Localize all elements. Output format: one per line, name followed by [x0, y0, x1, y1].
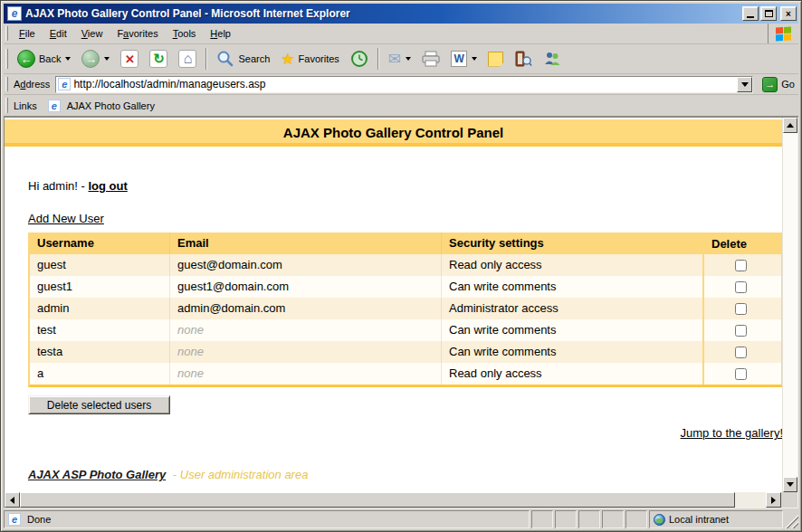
- toolbar-grip[interactable]: [5, 26, 8, 40]
- history-button[interactable]: [345, 46, 374, 71]
- discuss-button[interactable]: [482, 46, 509, 71]
- arrow-left-icon: [10, 497, 14, 504]
- go-label: Go: [781, 79, 795, 90]
- vertical-scroll-track[interactable]: [783, 133, 797, 477]
- horizontal-scroll-track[interactable]: [735, 492, 766, 508]
- table-header-row: Username Email Security settings Delete: [30, 233, 781, 254]
- menu-label: iew: [88, 28, 103, 39]
- table-row: guest1 guest1@domain.com Can write comme…: [30, 276, 781, 298]
- menu-label: ools: [177, 28, 196, 39]
- scroll-down-button[interactable]: [783, 477, 797, 492]
- delete-cell: [702, 254, 778, 276]
- favorites-icon: ★: [281, 52, 294, 67]
- forward-button[interactable]: →: [76, 46, 115, 71]
- intranet-globe-icon: [654, 514, 665, 526]
- toolbar-grip[interactable]: [5, 49, 8, 69]
- col-header-security: Security settings: [442, 233, 702, 254]
- refresh-button[interactable]: ↻: [144, 46, 173, 71]
- edit-dropdown-icon: [472, 57, 477, 61]
- close-button[interactable]: ×: [780, 6, 797, 21]
- arrow-right-icon: [771, 497, 776, 504]
- footer-gallery-link[interactable]: AJAX ASP Photo Gallery: [28, 468, 166, 481]
- search-icon: [216, 50, 234, 68]
- toolbar-grip[interactable]: [5, 98, 8, 112]
- vertical-scrollbar[interactable]: [782, 118, 797, 492]
- status-pane-empty: [578, 510, 600, 528]
- favorites-button[interactable]: ★ Favorites: [275, 46, 345, 71]
- delete-checkbox[interactable]: [735, 281, 747, 293]
- delete-selected-users-button[interactable]: Delete selected users: [28, 395, 170, 414]
- delete-cell: [702, 276, 778, 298]
- delete-checkbox[interactable]: [735, 260, 747, 271]
- forward-dropdown-icon: [104, 57, 110, 61]
- email-cell: guest@domain.com: [170, 254, 442, 276]
- favorites-label: Favorites: [299, 53, 339, 64]
- delete-checkbox[interactable]: [735, 368, 747, 380]
- home-button[interactable]: ⌂: [173, 46, 202, 71]
- maximize-button[interactable]: [760, 6, 777, 21]
- close-icon: ×: [786, 9, 791, 19]
- discuss-note-icon: [488, 52, 503, 67]
- horizontal-scrollbar[interactable]: [5, 492, 781, 508]
- add-new-user-link[interactable]: Add New User: [28, 212, 104, 225]
- mail-button[interactable]: ✉: [383, 46, 416, 71]
- menu-label: dit: [56, 28, 67, 39]
- standard-toolbar: ← Back → ✕ ↻ ⌂ Search ★ Favorites ✉: [4, 44, 798, 74]
- menu-favorites[interactable]: Favorites: [110, 25, 165, 42]
- mail-dropdown-icon: [406, 57, 411, 61]
- menu-view[interactable]: View: [74, 25, 110, 42]
- menu-help[interactable]: Help: [203, 25, 238, 42]
- back-button[interactable]: ← Back: [12, 46, 76, 71]
- history-icon: [350, 50, 368, 68]
- delete-checkbox[interactable]: [735, 347, 747, 358]
- delete-checkbox[interactable]: [735, 325, 747, 337]
- scroll-left-button[interactable]: [5, 492, 20, 508]
- edit-with-word-button[interactable]: W: [445, 46, 482, 71]
- security-cell: Read only access: [442, 363, 702, 385]
- scroll-up-button[interactable]: [783, 118, 797, 133]
- go-button[interactable]: → Go: [759, 76, 798, 93]
- page-title-banner: AJAX Photo Gallery Control Panel: [5, 119, 782, 147]
- minimize-button[interactable]: [742, 6, 759, 21]
- menu-label: vorites: [129, 28, 158, 39]
- arrow-up-icon: [787, 123, 794, 128]
- address-input-wrap: e: [55, 76, 753, 93]
- links-item-gallery[interactable]: e AJAX Photo Gallery: [43, 98, 160, 114]
- page-footer: AJAX ASP Photo Gallery - User administra…: [28, 468, 782, 481]
- menu-edit[interactable]: Edit: [43, 25, 74, 42]
- table-row: admin admin@domain.com Administrator acc…: [30, 298, 781, 319]
- security-zone-pane: Local intranet: [649, 510, 783, 528]
- address-input[interactable]: [73, 78, 737, 91]
- arrow-down-icon: [787, 482, 794, 487]
- security-cell: Can write comments: [442, 276, 702, 298]
- menu-tools[interactable]: Tools: [166, 25, 204, 42]
- chevron-down-icon: [741, 82, 749, 87]
- toolbar-grip[interactable]: [5, 77, 8, 90]
- email-cell: none: [170, 319, 442, 341]
- forward-icon: →: [81, 50, 100, 68]
- research-button[interactable]: [509, 46, 538, 71]
- link-ie-icon: e: [48, 100, 61, 112]
- horizontal-scroll-thumb[interactable]: [20, 492, 735, 508]
- log-out-link[interactable]: log out: [88, 179, 127, 193]
- address-dropdown-button[interactable]: [737, 77, 752, 92]
- stop-button[interactable]: ✕: [115, 46, 144, 71]
- jump-to-gallery-link[interactable]: Jump to the gallery!: [681, 426, 782, 440]
- status-bar: e Done Local intranet: [4, 508, 798, 528]
- menu-file[interactable]: File: [12, 25, 43, 42]
- menu-mnemonic: E: [50, 28, 56, 39]
- menu-mnemonic: V: [81, 28, 88, 39]
- messenger-button[interactable]: [538, 46, 567, 71]
- greeting: Hi admin! - log out: [28, 179, 782, 193]
- search-button[interactable]: Search: [211, 46, 275, 71]
- title-bar: e AJAX Photo Gallery Control Panel - Mic…: [4, 4, 798, 24]
- print-button[interactable]: [416, 46, 445, 71]
- links-bar: Links e AJAX Photo Gallery: [4, 95, 798, 117]
- page-ie-icon: e: [58, 78, 71, 90]
- status-page-icon: e: [8, 513, 21, 526]
- scroll-right-button[interactable]: [766, 492, 781, 508]
- links-item-label: AJAX Photo Gallery: [67, 100, 155, 111]
- resize-grip[interactable]: [785, 510, 798, 528]
- word-icon: W: [451, 51, 467, 67]
- delete-checkbox[interactable]: [735, 303, 747, 315]
